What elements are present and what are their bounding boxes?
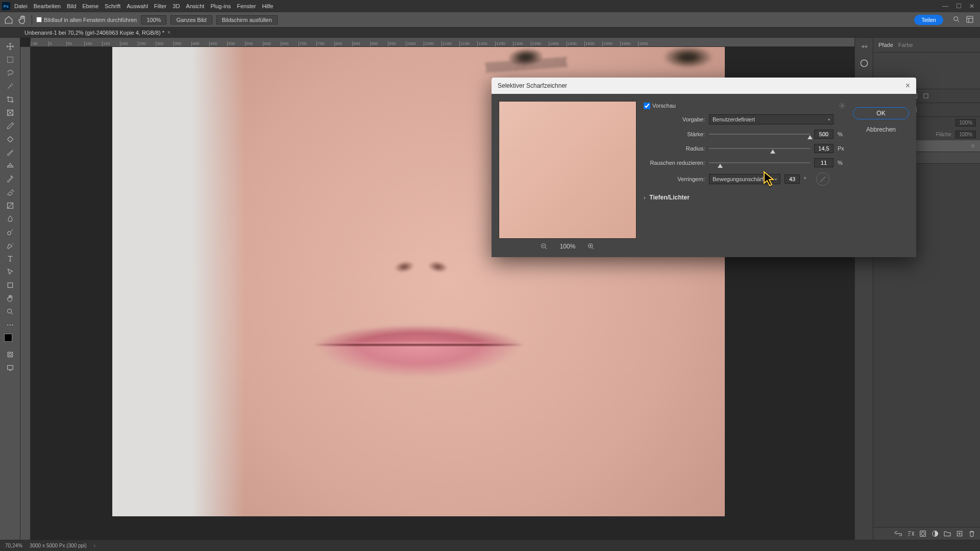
workspace-icon[interactable] [966,15,974,24]
noise-slider[interactable] [709,162,810,163]
noise-value[interactable]: 11 [814,158,834,167]
preview-zoom-label: 100% [560,243,576,250]
remove-select[interactable]: Bewegungsunschärfe ▾ [709,174,780,184]
zoom-out-icon[interactable] [541,243,548,250]
lasso-tool-icon[interactable] [3,66,17,80]
hand-tool-icon[interactable] [17,15,28,25]
home-icon[interactable] [4,15,13,24]
noise-unit: % [838,160,846,166]
color-swatches[interactable] [4,334,16,346]
move-tool-icon[interactable] [3,40,17,53]
preset-value: Benutzerdefiniert [713,116,755,122]
ruler-tick: -50 [31,41,48,46]
fit-screen-button[interactable]: Ganzes Bild [170,15,212,24]
menu-auswahl[interactable]: Auswahl [127,3,148,9]
rectangle-tool-icon[interactable] [3,279,17,292]
dialog-preview[interactable] [499,101,636,239]
tab-pfade[interactable]: Pfade [878,42,893,48]
radius-slider[interactable] [709,148,810,149]
menu-plug-ins[interactable]: Plug-ins [210,3,231,9]
marquee-tool-icon[interactable] [3,53,17,66]
fill-screen-button[interactable]: Bildschirm ausfüllen [216,15,278,24]
ruler-tick: 750 [316,41,334,46]
menu-3d[interactable]: 3D [173,3,180,9]
angle-value[interactable]: 43 [785,174,800,184]
type-tool-icon[interactable] [3,252,17,265]
section-label: Tiefen/Lichter [649,194,689,201]
ruler-tick: 500 [227,41,245,46]
opacity-value[interactable]: 100% [955,119,976,127]
ruler-tick: 100 [84,41,102,46]
ruler-tick: 250 [138,41,156,46]
ruler-tick: 1450 [567,41,584,46]
shadows-highlights-section[interactable]: › Tiefen/Lichter [644,194,846,201]
folder-icon[interactable] [943,530,951,538]
dialog-close-icon[interactable]: × [905,81,910,90]
angle-dial[interactable] [816,172,829,186]
amount-value[interactable]: 500 [814,130,834,139]
mask-icon[interactable] [919,530,927,538]
dodge-tool-icon[interactable] [3,226,17,239]
close-tab-icon[interactable]: × [167,30,170,35]
hand-tool-toolbox-icon[interactable] [3,292,17,305]
zoom-100-button[interactable]: 100% [141,15,166,24]
collapse-dock-icon[interactable]: ◂◂ [861,43,867,49]
fill-value[interactable]: 100% [955,131,976,138]
ruler-tick: 200 [120,41,138,46]
status-bar: 70,24% 3000 x 5000 Px (300 ppi) › [0,540,980,551]
trash-icon[interactable] [968,530,976,538]
frame-tool-icon[interactable] [3,106,17,119]
gradient-tool-icon[interactable] [3,199,17,212]
ruler-tick: 450 [209,41,227,46]
menu-datei[interactable]: Datei [14,3,28,9]
menu-schrift[interactable]: Schrift [105,3,120,9]
menu-ansicht[interactable]: Ansicht [186,3,204,9]
menu-bearbeiten[interactable]: Bearbeiten [34,3,61,9]
screen-mode-icon[interactable] [3,361,17,374]
tab-farbe[interactable]: Farbe [898,42,913,48]
magic-wand-tool-icon[interactable] [3,80,17,93]
menu-ebene[interactable]: Ebene [82,3,99,9]
zoom-in-icon[interactable] [587,243,595,250]
fx-icon[interactable] [906,530,915,538]
share-button[interactable]: Teilen [914,15,943,25]
menu-hilfe[interactable]: Hilfe [262,3,273,9]
close-button[interactable]: ✕ [969,3,975,9]
menu-filter[interactable]: Filter [154,3,166,9]
menu-bild[interactable]: Bild [67,3,76,9]
scroll-all-checkbox[interactable]: Bildlauf in allen Fenstern durchführen [36,17,137,23]
minimize-button[interactable]: — [942,3,948,9]
history-brush-tool-icon[interactable] [3,172,17,186]
new-layer-icon[interactable] [955,530,964,538]
preset-select[interactable]: Benutzerdefiniert ▾ [709,114,834,124]
maximize-button[interactable]: ☐ [955,3,962,9]
eraser-tool-icon[interactable] [3,186,17,199]
healing-brush-tool-icon[interactable] [3,133,17,146]
adjustment-icon[interactable] [931,530,939,538]
cancel-button[interactable]: Abbrechen [853,123,909,136]
color-panel-icon[interactable] [858,57,870,69]
link-layers-icon[interactable] [894,530,902,538]
crop-tool-icon[interactable] [3,93,17,106]
document-tab[interactable]: Unbenannt-1 bei 70,2% (girl-2406963 Kopi… [20,29,175,37]
ruler-tick: 850 [352,41,370,46]
radius-value[interactable]: 14,5 [814,144,834,153]
amount-slider[interactable] [709,134,810,135]
fill-label: Fläche: [936,132,953,137]
search-icon[interactable] [952,15,961,24]
menu-fenster[interactable]: Fenster [237,3,256,9]
dialog-titlebar[interactable]: Selektiver Scharfzeichner × [492,78,916,94]
path-selection-tool-icon[interactable] [3,265,17,279]
preview-checkbox[interactable]: Vorschau [644,103,676,109]
brush-tool-icon[interactable] [3,146,17,159]
blur-tool-icon[interactable] [3,212,17,226]
zoom-tool-icon[interactable] [3,305,17,318]
svg-rect-2 [7,57,13,63]
edit-toolbar-icon[interactable]: ⋯ [3,318,17,332]
pen-tool-icon[interactable] [3,239,17,252]
eyedropper-tool-icon[interactable] [3,119,17,133]
ok-button[interactable]: OK [853,107,909,119]
clone-stamp-tool-icon[interactable] [3,159,17,172]
quick-mask-icon[interactable] [3,348,17,361]
gear-icon[interactable] [839,102,846,109]
